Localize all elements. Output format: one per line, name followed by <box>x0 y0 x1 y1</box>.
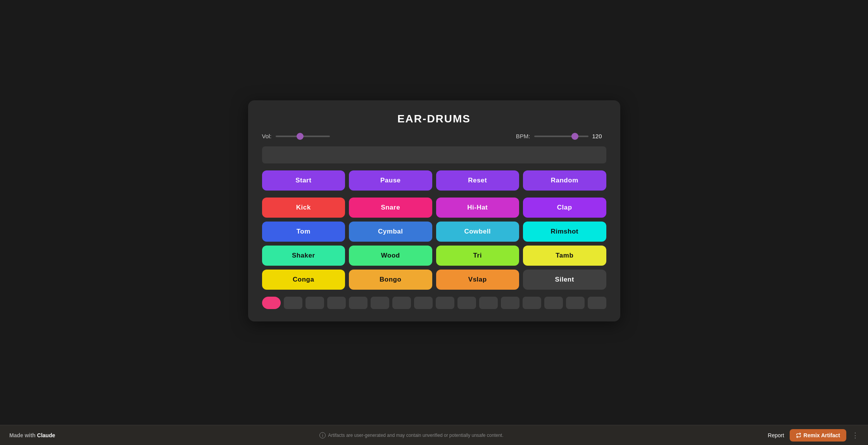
controls-row: Vol: BPM: 120 <box>262 133 606 139</box>
sequencer-active-step[interactable] <box>262 297 281 309</box>
conga-button[interactable]: Conga <box>262 270 345 290</box>
made-with-text: Made with <box>9 432 36 438</box>
app-card: EAR-DRUMS Vol: BPM: 120 Start Pause Rese… <box>248 100 620 321</box>
transport-buttons-grid: Start Pause Reset Random <box>262 170 606 191</box>
notice-text: Artifacts are user-generated and may con… <box>328 433 503 438</box>
pause-button[interactable]: Pause <box>349 170 432 191</box>
silent-button[interactable]: Silent <box>523 270 606 290</box>
remix-label: Remix Artifact <box>804 432 840 438</box>
remix-icon <box>796 433 801 438</box>
footer-actions: Report Remix Artifact ⋮ <box>768 429 859 442</box>
reset-button[interactable]: Reset <box>436 170 519 191</box>
report-button[interactable]: Report <box>768 432 784 438</box>
tri-button[interactable]: Tri <box>436 246 519 266</box>
seq-step-3[interactable] <box>327 297 346 309</box>
seq-step-7[interactable] <box>414 297 433 309</box>
seq-step-14[interactable] <box>566 297 585 309</box>
kick-button[interactable]: Kick <box>262 198 345 218</box>
vol-thumb[interactable] <box>297 133 304 140</box>
cymbal-button[interactable]: Cymbal <box>349 222 432 242</box>
seq-step-11[interactable] <box>501 297 519 309</box>
seq-step-15[interactable] <box>588 297 606 309</box>
vol-control: Vol: <box>262 133 330 139</box>
bpm-value: 120 <box>592 133 606 139</box>
seq-step-8[interactable] <box>436 297 454 309</box>
bpm-label: BPM: <box>516 133 530 139</box>
tom-button[interactable]: Tom <box>262 222 345 242</box>
app-title: EAR-DRUMS <box>262 113 606 125</box>
cowbell-button[interactable]: Cowbell <box>436 222 519 242</box>
drum-buttons-grid: Kick Snare Hi-Hat Clap Tom Cymbal Cowbel… <box>262 198 606 290</box>
footer-made-with: Made with Claude <box>9 432 55 438</box>
outer-container: EAR-DRUMS Vol: BPM: 120 Start Pause Rese… <box>0 0 868 445</box>
hihat-button[interactable]: Hi-Hat <box>436 198 519 218</box>
footer: Made with Claude i Artifacts are user-ge… <box>0 425 868 445</box>
clap-button[interactable]: Clap <box>523 198 606 218</box>
bpm-thumb[interactable] <box>571 133 578 140</box>
footer-notice: i Artifacts are user-generated and may c… <box>319 432 503 438</box>
waveform-display <box>262 146 606 163</box>
vslap-button[interactable]: Vslap <box>436 270 519 290</box>
seq-step-5[interactable] <box>371 297 389 309</box>
bpm-control: BPM: 120 <box>516 133 606 139</box>
more-options-icon[interactable]: ⋮ <box>852 431 859 440</box>
seq-step-2[interactable] <box>305 297 324 309</box>
vol-label: Vol: <box>262 133 272 139</box>
bpm-slider[interactable] <box>534 136 588 137</box>
sequencer-row <box>262 297 606 309</box>
seq-step-10[interactable] <box>479 297 498 309</box>
tamb-button[interactable]: Tamb <box>523 246 606 266</box>
remix-button[interactable]: Remix Artifact <box>790 429 846 442</box>
shaker-button[interactable]: Shaker <box>262 246 345 266</box>
start-button[interactable]: Start <box>262 170 345 191</box>
rimshot-button[interactable]: Rimshot <box>523 222 606 242</box>
seq-step-13[interactable] <box>544 297 563 309</box>
random-button[interactable]: Random <box>523 170 606 191</box>
wood-button[interactable]: Wood <box>349 246 432 266</box>
claude-text: Claude <box>37 432 55 438</box>
seq-step-4[interactable] <box>349 297 368 309</box>
vol-slider[interactable] <box>276 136 330 137</box>
seq-step-12[interactable] <box>523 297 541 309</box>
snare-button[interactable]: Snare <box>349 198 432 218</box>
bongo-button[interactable]: Bongo <box>349 270 432 290</box>
info-icon: i <box>319 432 326 438</box>
seq-step-6[interactable] <box>392 297 411 309</box>
seq-step-9[interactable] <box>457 297 476 309</box>
seq-step-1[interactable] <box>284 297 302 309</box>
